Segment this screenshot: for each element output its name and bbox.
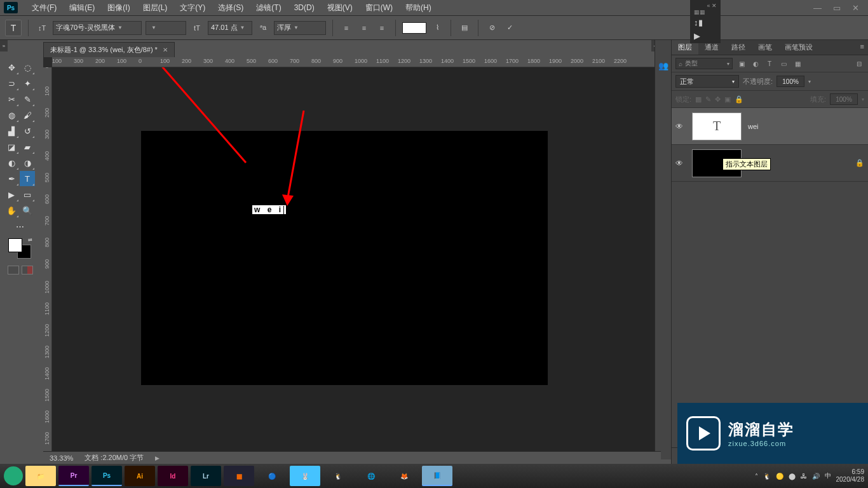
taskbar-id[interactable]: Id xyxy=(158,466,188,486)
patch-tool[interactable]: ◍ xyxy=(4,107,19,123)
tray-up-icon[interactable]: ˄ xyxy=(755,473,758,480)
taskbar-ps[interactable]: Ps xyxy=(92,466,122,486)
antialias-combo[interactable]: 浑厚▼ xyxy=(274,21,326,35)
canvas-viewport[interactable]: w e i xyxy=(52,67,661,455)
type-tool[interactable]: T xyxy=(20,171,35,186)
eraser-tool[interactable]: ◪ xyxy=(4,139,19,154)
paragraph-panel-icon[interactable]: ▤ xyxy=(458,21,471,35)
visibility-icon[interactable]: 👁 xyxy=(675,159,686,168)
text-color-swatch[interactable] xyxy=(402,22,426,34)
filter-type-icon[interactable]: T xyxy=(764,58,775,69)
pen-tool[interactable]: ✒ xyxy=(4,171,19,186)
zoom-tool[interactable]: 🔍 xyxy=(20,203,35,218)
taskbar-explorer[interactable]: 📁 xyxy=(25,466,56,486)
lock-paint-icon[interactable]: ✎ xyxy=(705,95,711,104)
tray-clock[interactable]: 6:59 2020/4/28 xyxy=(836,468,865,484)
status-arrow-icon[interactable]: ▶ xyxy=(155,455,159,461)
layer-text-item[interactable]: 👁 T wei xyxy=(672,108,868,145)
canvas[interactable]: w e i xyxy=(141,131,548,385)
lock-trans-icon[interactable]: ▩ xyxy=(695,95,702,104)
align-right-icon[interactable]: ≡ xyxy=(375,21,389,35)
close-tab-icon[interactable]: ✕ xyxy=(163,46,168,53)
tool-preset-icon[interactable]: T xyxy=(5,20,22,36)
filter-image-icon[interactable]: ▣ xyxy=(736,58,747,69)
visibility-icon[interactable]: 👁 xyxy=(675,122,686,131)
menu-select[interactable]: 选择(S) xyxy=(212,3,250,13)
edit-toolbar[interactable]: ⋯ xyxy=(4,219,36,234)
tray-vol-icon[interactable]: 🔊 xyxy=(812,473,820,480)
maximize-button[interactable]: ▭ xyxy=(833,3,841,13)
font-size-combo[interactable]: 47.01 点▼ xyxy=(208,21,252,35)
menu-type[interactable]: 文字(Y) xyxy=(173,3,212,13)
dodge-tool[interactable]: ◑ xyxy=(20,155,35,170)
taskbar-browser[interactable] xyxy=(4,466,23,485)
eyedropper-tool[interactable]: ✎ xyxy=(20,92,35,107)
history-brush-tool[interactable]: ↺ xyxy=(20,123,35,139)
strip-icon-1[interactable]: 👥 xyxy=(655,57,672,74)
stamp-tool[interactable]: ▟ xyxy=(4,123,19,139)
filter-adjust-icon[interactable]: ◐ xyxy=(750,58,761,69)
floating-panel-handle[interactable]: « ✕ ▦▦ ↕▮ ▶ xyxy=(690,0,721,43)
marquee-tool[interactable]: ◌ xyxy=(20,60,35,75)
menu-image[interactable]: 图像(I) xyxy=(101,3,136,13)
taskbar-dl[interactable]: 🔵 xyxy=(257,466,287,486)
menu-3d[interactable]: 3D(D) xyxy=(288,3,321,12)
layer-filter-combo[interactable]: ⌕类型▾ xyxy=(675,58,733,69)
filter-toggle-icon[interactable]: ⊟ xyxy=(854,58,864,69)
filter-smart-icon[interactable]: ▦ xyxy=(792,58,803,69)
lock-pos-icon[interactable]: ✥ xyxy=(715,95,721,104)
move-tool[interactable]: ✥ xyxy=(4,60,19,75)
fill-value[interactable]: 100% xyxy=(830,93,858,105)
warp-text-icon[interactable]: ⌇ xyxy=(430,21,444,35)
blend-mode-combo[interactable]: 正常▾ xyxy=(675,75,739,88)
tab-brush-presets[interactable]: 画笔预设 xyxy=(778,40,819,55)
path-select-tool[interactable]: ▶ xyxy=(4,187,19,202)
blur-tool[interactable]: ◐ xyxy=(4,155,19,170)
cancel-icon[interactable]: ⊘ xyxy=(485,21,499,35)
taskbar-edit[interactable]: ▦ xyxy=(224,466,254,486)
menu-view[interactable]: 视图(V) xyxy=(321,3,359,13)
commit-icon[interactable]: ✓ xyxy=(503,21,517,35)
taskbar-pr[interactable]: Pr xyxy=(58,466,89,486)
close-button[interactable]: ✕ xyxy=(852,3,859,13)
tray-icon-3[interactable]: ⬤ xyxy=(789,473,796,480)
swap-colors-icon[interactable]: ⇄ xyxy=(28,237,32,243)
tray-icon-1[interactable]: 🐧 xyxy=(763,473,771,480)
panel-menu-icon[interactable]: ≡ xyxy=(857,40,868,55)
quick-mask-toggle[interactable] xyxy=(8,266,33,274)
brush-tool[interactable]: 🖌 xyxy=(20,107,35,123)
taskbar-ai[interactable]: Ai xyxy=(125,466,155,486)
doc-info[interactable]: 文档 :2.20M/0 字节 xyxy=(85,453,144,463)
tray-ime-icon[interactable]: 中 xyxy=(825,471,831,480)
font-family-combo[interactable]: 字魂70号-灵悦黑体▼ xyxy=(53,21,142,35)
color-swatches[interactable]: ⇄ xyxy=(7,237,32,260)
layer-thumb-text[interactable]: T xyxy=(692,112,742,140)
tab-brush[interactable]: 画笔 xyxy=(752,40,778,55)
taskbar-notes[interactable]: 📘 xyxy=(422,466,452,486)
document-tab[interactable]: 未标题-1 @ 33.3% (wei, 灰色/8#) * ✕ xyxy=(43,42,175,57)
crop-tool[interactable]: ✂ xyxy=(4,92,19,107)
taskbar-firefox[interactable]: 🦊 xyxy=(389,466,419,486)
menu-help[interactable]: 帮助(H) xyxy=(399,3,438,13)
lock-artboard-icon[interactable]: ▣ xyxy=(724,95,731,104)
hand-tool[interactable]: ✋ xyxy=(4,203,19,218)
lasso-tool[interactable]: ⊃ xyxy=(4,76,19,91)
text-selection[interactable]: w e i xyxy=(252,205,286,214)
taskbar-app1[interactable]: 🐰 xyxy=(290,466,320,486)
shape-tool[interactable]: ▭ xyxy=(20,187,35,202)
tray-net-icon[interactable]: 🖧 xyxy=(801,473,807,480)
minimize-button[interactable]: — xyxy=(813,3,822,13)
menu-file[interactable]: 文件(F) xyxy=(25,3,63,13)
menu-window[interactable]: 窗口(W) xyxy=(359,3,399,13)
taskbar-qq[interactable]: 🐧 xyxy=(323,466,353,486)
menu-filter[interactable]: 滤镜(T) xyxy=(250,3,287,13)
opacity-value[interactable]: 100% xyxy=(776,76,804,87)
expand-left-icon[interactable]: » xyxy=(0,40,8,51)
menu-edit[interactable]: 编辑(E) xyxy=(63,3,101,13)
menu-layer[interactable]: 图层(L) xyxy=(137,3,174,13)
layer-name[interactable]: wei xyxy=(748,123,759,130)
taskbar-chrome[interactable]: 🌐 xyxy=(356,466,386,486)
fg-color[interactable] xyxy=(8,238,22,252)
align-center-icon[interactable]: ≡ xyxy=(357,21,371,35)
zoom-level[interactable]: 33.33% xyxy=(50,454,73,462)
